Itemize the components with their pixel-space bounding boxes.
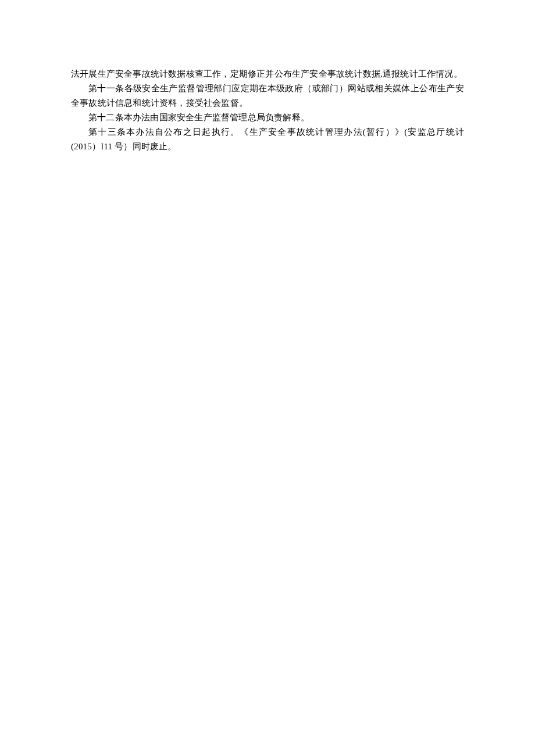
paragraph-continuation: 法开展生产安全事故统计数据核查工作，定期修正并公布生产安全事故统计数据,通报统计… (71, 67, 464, 81)
document-body: 法开展生产安全事故统计数据核查工作，定期修正并公布生产安全事故统计数据,通报统计… (71, 67, 464, 154)
paragraph-article-12: 第十二条本办法由国家安全生产监督管理总局负责解释。 (71, 110, 464, 125)
paragraph-article-11: 第十一条各级安全生产监督管理部门应定期在本级政府（或部门）网站或相关媒体上公布生… (71, 81, 464, 110)
paragraph-article-13: 第十三条本办法自公布之日起执行。《生产安全事故统计管理办法(暂行）》(安监总厅统… (71, 125, 464, 154)
document-page: 法开展生产安全事故统计数据核查工作，定期修正并公布生产安全事故统计数据,通报统计… (0, 0, 535, 756)
